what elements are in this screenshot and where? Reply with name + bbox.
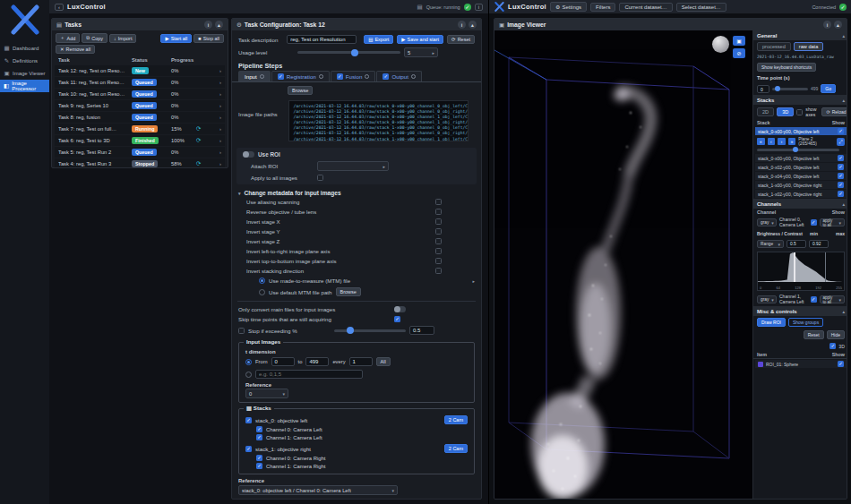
tab-registration[interactable]: ✓Registration — [271, 71, 330, 81]
timepoint-slider[interactable] — [772, 88, 808, 90]
settings-button[interactable]: ⚙Settings — [550, 2, 587, 12]
skip-points-checkbox[interactable]: ✓ — [394, 316, 400, 322]
reset-view-button[interactable]: Reset — [804, 330, 824, 339]
table-row[interactable]: Task 11: reg, Test on Reso…Queued0%› — [55, 77, 225, 88]
config-info-icon[interactable]: i — [458, 21, 466, 29]
sidebar-item-image-viewer[interactable]: ▣ Image Viewer — [0, 67, 49, 80]
import-task-button[interactable]: ↓ Import — [109, 34, 136, 43]
draw-roi-button[interactable]: Draw ROI — [757, 318, 786, 327]
cam-count-button[interactable]: 2 Cam — [444, 444, 468, 453]
back-button[interactable]: ‹ — [55, 4, 64, 11]
stack-show-checkbox[interactable]: ✓ — [838, 164, 844, 170]
viewer-collapse-icon[interactable]: ▴ — [834, 21, 842, 29]
chevron-right-icon[interactable]: › — [219, 149, 221, 155]
orientation-sphere[interactable] — [712, 36, 729, 53]
stacks-section-header[interactable]: Stacks▴ — [753, 95, 847, 105]
cam-count-button[interactable]: 2 Cam — [444, 415, 468, 424]
list-input[interactable] — [255, 370, 363, 379]
stop-exceeding-value[interactable]: 0.5 — [409, 326, 434, 335]
config-collapse-icon[interactable]: ▴ — [468, 21, 477, 29]
table-row[interactable]: Task 6: reg, Test to 3DFinished100%⟳› — [55, 135, 225, 146]
list-radio[interactable] — [245, 372, 252, 378]
range-radio[interactable] — [245, 359, 252, 365]
tab-fusion[interactable]: ✓Fusion — [331, 71, 376, 81]
stack-row-selected[interactable]: stack_0-x00-y00, Objective left✓ — [755, 127, 847, 135]
every-input[interactable]: 1 — [349, 357, 373, 366]
start-all-button[interactable]: ▶ Start all — [160, 34, 192, 43]
meta-checkbox[interactable] — [435, 238, 442, 244]
stack-checkbox[interactable]: ✓ — [245, 417, 252, 423]
stack-row[interactable]: stack_0-x04-y00, Objective left✓ — [755, 172, 847, 180]
tab-checkbox[interactable]: ✓ — [337, 73, 343, 80]
tab-processed[interactable]: processed — [757, 42, 791, 51]
histogram-min-handle[interactable] — [794, 252, 795, 282]
sidebar-item-definitions[interactable]: ✎ Definitions — [0, 55, 49, 67]
tab-input[interactable]: Input — [238, 71, 271, 81]
chevron-right-icon[interactable]: › — [219, 91, 221, 97]
table-row[interactable]: Task 5: reg, Test Run 2Queued0%› — [55, 147, 225, 158]
from-input[interactable]: 0 — [271, 357, 295, 366]
min-input[interactable]: 0.5 — [787, 240, 806, 248]
expand-icon[interactable]: ⤢ — [837, 138, 846, 146]
info-button[interactable]: i — [475, 4, 483, 11]
channel-checkbox[interactable]: ✓ — [256, 434, 262, 440]
use-roi-toggle[interactable] — [243, 151, 254, 158]
add-task-button[interactable]: ＋ Add — [56, 33, 80, 43]
remove-all-button[interactable]: ✕ Remove all — [56, 45, 95, 54]
viewer-info-icon[interactable]: i — [823, 21, 831, 29]
tab-raw-data[interactable]: raw data — [794, 42, 823, 51]
misc-3d-checkbox[interactable]: ✓ — [830, 343, 836, 349]
meta-checkbox[interactable] — [435, 268, 442, 274]
sidebar-item-image-processor[interactable]: ◧ Image Processor — [0, 80, 49, 92]
apply-to-all-button[interactable]: apply to all▾ — [820, 295, 845, 303]
hide-overlay-button[interactable]: ⊘ — [733, 48, 745, 58]
apply-to-all-button[interactable]: apply to all▾ — [820, 218, 845, 226]
channel-checkbox[interactable]: ✓ — [256, 426, 262, 432]
apply-all-images-checkbox[interactable] — [317, 175, 323, 181]
go-button[interactable]: Go — [821, 84, 836, 93]
browse-paths-button[interactable]: Browse — [288, 86, 313, 95]
chevron-right-icon[interactable]: › — [219, 161, 221, 167]
plane-slider[interactable] — [757, 149, 839, 151]
meta-checkbox[interactable] — [435, 258, 442, 264]
meta-checkbox[interactable] — [435, 199, 442, 205]
all-button[interactable]: All — [376, 357, 391, 366]
tasks-collapse-icon[interactable]: ▴ — [215, 21, 223, 29]
viewport-3d[interactable]: ▣ ⊘ — [494, 30, 752, 500]
only-convert-toggle[interactable] — [394, 306, 406, 312]
histogram[interactable]: 0 64 128 192 255 — [757, 252, 845, 291]
first-plane-button[interactable]: « — [757, 138, 765, 145]
save-start-button[interactable]: ▶ Save and start — [397, 35, 443, 44]
meta-checkbox[interactable] — [435, 248, 442, 254]
stack-show-checkbox[interactable]: ✓ — [838, 182, 844, 188]
chevron-right-icon[interactable]: › — [219, 126, 221, 132]
roi-row[interactable]: ROI_01: Sphere ✓ — [755, 360, 847, 368]
stop-exceeding-slider[interactable] — [334, 329, 406, 332]
mode-3d-button[interactable]: 3D — [777, 107, 794, 116]
stack-show-checkbox[interactable]: ✓ — [838, 173, 844, 179]
channels-section-header[interactable]: Channels▴ — [753, 199, 847, 209]
mtm-default-radio[interactable] — [259, 289, 265, 295]
sidebar-item-dashboard[interactable]: ▦ Dashboard — [0, 42, 49, 55]
show-groups-button[interactable]: Show groups — [788, 318, 823, 327]
channel-checkbox[interactable]: ✓ — [256, 455, 262, 461]
chevron-right-icon[interactable]: › — [219, 80, 221, 85]
meta-checkbox[interactable] — [435, 209, 442, 215]
general-section-header[interactable]: General▴ — [753, 30, 847, 40]
browse-mtm-button[interactable]: Browse — [336, 287, 361, 296]
stack-row[interactable]: stack_1-x02-y00, Objective right✓ — [755, 190, 847, 198]
stop-all-button[interactable]: ■ Stop all — [193, 34, 224, 43]
table-row[interactable]: Task 8: reg, fusionQueued0%› — [55, 112, 225, 123]
usage-level-slider[interactable] — [297, 51, 400, 54]
prev-plane-button[interactable]: ‹ — [768, 138, 776, 145]
chevron-right-icon[interactable]: › — [219, 68, 221, 73]
mode-2d-button[interactable]: 2D — [757, 107, 774, 116]
stack-show-checkbox[interactable]: ✓ — [838, 155, 844, 161]
stack-row[interactable]: stack_1-x00-y00, Objective right✓ — [755, 181, 847, 189]
stack-row[interactable]: stack_0-x00-y00, Objective left✓ — [755, 154, 847, 162]
misc-section-header[interactable]: Misc & controls▴ — [753, 306, 847, 316]
current-dataset-button[interactable]: Current dataset… — [619, 3, 672, 12]
stop-exceeding-checkbox[interactable] — [238, 328, 245, 334]
tasks-info-icon[interactable]: i — [204, 21, 212, 29]
next-plane-button[interactable]: › — [778, 138, 786, 145]
